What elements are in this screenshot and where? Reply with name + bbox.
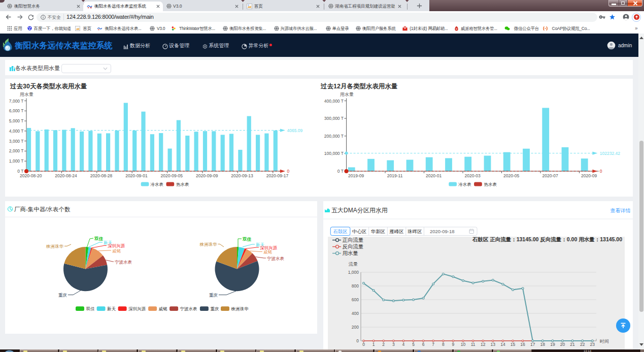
- svg-text:雁峰区: 雁峰区: [389, 229, 404, 234]
- svg-text:珠晖区: 珠晖区: [407, 229, 422, 234]
- svg-text:0: 0: [356, 338, 359, 343]
- svg-text:400: 400: [352, 311, 359, 316]
- svg-text:华新区: 华新区: [371, 229, 386, 234]
- svg-text:200: 200: [352, 325, 359, 330]
- svg-text:4,000 T: 4,000 T: [9, 129, 24, 134]
- svg-text:重庆: 重庆: [209, 293, 218, 298]
- svg-text:8: 8: [442, 342, 445, 347]
- svg-text:19: 19: [550, 342, 555, 347]
- svg-text:深圳兴源: 深圳兴源: [128, 306, 146, 311]
- svg-text:14: 14: [500, 342, 505, 347]
- svg-text:2: 2: [382, 342, 385, 347]
- svg-text:2020-09-13: 2020-09-13: [231, 173, 253, 178]
- svg-text:5,000 T: 5,000 T: [9, 118, 24, 123]
- svg-text:1,000 T: 1,000 T: [9, 158, 24, 164]
- svg-text:威铭: 威铭: [112, 248, 121, 253]
- svg-text:3,000 T: 3,000 T: [9, 139, 24, 144]
- svg-text:双佳: 双佳: [94, 236, 104, 241]
- svg-text:17: 17: [530, 342, 535, 347]
- svg-text:0: 0: [362, 342, 365, 347]
- svg-text:威铭: 威铭: [159, 306, 168, 311]
- svg-text:7: 7: [432, 342, 434, 347]
- svg-text:102232.42: 102232.42: [600, 151, 620, 156]
- svg-text:4065.09: 4065.09: [287, 128, 303, 133]
- svg-text:石鼓区: 石鼓区: [333, 229, 348, 234]
- svg-text:株洲珠华: 株洲珠华: [199, 242, 218, 247]
- svg-text:石鼓区 正向流量：13145.00 反向流量：0.00 用水: 石鼓区 正向流量：13145.00 反向流量：0.00 用水量：13145.00: [472, 236, 622, 242]
- svg-text:2020-05: 2020-05: [503, 173, 519, 178]
- svg-text:2020-08-20: 2020-08-20: [20, 173, 42, 178]
- svg-text:13: 13: [491, 342, 496, 347]
- svg-text:0: 0: [287, 169, 290, 174]
- svg-text:株洲珠华: 株洲珠华: [231, 306, 249, 311]
- svg-text:用水量: 用水量: [20, 92, 33, 97]
- svg-text:7,000 T: 7,000 T: [9, 99, 24, 104]
- svg-text:1,000: 1,000: [348, 270, 359, 275]
- svg-text:双佳: 双佳: [242, 237, 252, 242]
- svg-text:冷水表: 冷水表: [151, 182, 164, 187]
- svg-text:2020-08-28: 2020-08-28: [90, 173, 113, 178]
- svg-text:300,000 T: 300,000 T: [324, 116, 344, 121]
- svg-text:3: 3: [392, 342, 395, 347]
- svg-text:反向流量: 反向流量: [343, 243, 364, 249]
- svg-text:600: 600: [352, 297, 359, 302]
- svg-text:2020-09: 2020-09: [581, 173, 597, 178]
- svg-text:22: 22: [580, 342, 585, 347]
- svg-text:2019-11: 2019-11: [387, 173, 403, 178]
- svg-text:2020-09-01: 2020-09-01: [125, 173, 148, 178]
- svg-text:18: 18: [540, 342, 546, 347]
- svg-text:新天: 新天: [107, 306, 116, 311]
- svg-text:重庆: 重庆: [58, 293, 67, 298]
- svg-text:冷水表: 冷水表: [458, 182, 471, 187]
- svg-text:21: 21: [570, 342, 575, 347]
- svg-text:16: 16: [520, 342, 525, 347]
- svg-text:2020-03: 2020-03: [464, 173, 480, 178]
- svg-text:2020-08-24: 2020-08-24: [55, 173, 77, 178]
- svg-text:2020-09-18: 2020-09-18: [430, 229, 455, 234]
- svg-text:厂商-集中器/水表个数: 厂商-集中器/水表个数: [14, 206, 71, 212]
- svg-text:2020-07: 2020-07: [542, 173, 558, 178]
- svg-text:时间: 时间: [600, 339, 609, 344]
- svg-text:100,000 T: 100,000 T: [324, 151, 344, 156]
- svg-text:宁波水表: 宁波水表: [115, 260, 132, 265]
- svg-text:4: 4: [402, 342, 405, 347]
- svg-text:0 T: 0 T: [337, 169, 344, 174]
- svg-text:2019-09: 2019-09: [348, 173, 364, 178]
- svg-text:威铭: 威铭: [263, 249, 273, 254]
- svg-text:15: 15: [511, 342, 516, 347]
- svg-text:热水表: 热水表: [176, 182, 189, 187]
- svg-text:2020-09-09: 2020-09-09: [196, 173, 218, 178]
- svg-text:23: 23: [590, 342, 595, 347]
- svg-text:中心区: 中心区: [352, 229, 367, 234]
- svg-text:过去12月各类型水表用水量: 过去12月各类型水表用水量: [320, 83, 398, 90]
- svg-text:400,000 T: 400,000 T: [324, 99, 344, 104]
- svg-text:株洲珠华: 株洲珠华: [46, 244, 64, 249]
- svg-text:200,000 T: 200,000 T: [324, 134, 344, 139]
- svg-text:重庆: 重庆: [210, 306, 219, 311]
- svg-text:12: 12: [481, 342, 486, 347]
- svg-text:2,000 T: 2,000 T: [9, 148, 24, 153]
- svg-text:宁波水表: 宁波水表: [267, 256, 285, 261]
- svg-text:10: 10: [461, 342, 466, 347]
- svg-text:6: 6: [422, 342, 425, 347]
- svg-text:9: 9: [452, 342, 455, 347]
- svg-text:流量: 流量: [348, 262, 358, 267]
- svg-text:5: 5: [412, 342, 415, 347]
- svg-text:2020-09-17: 2020-09-17: [266, 173, 289, 178]
- svg-text:2020-09-05: 2020-09-05: [161, 173, 183, 178]
- svg-text:宁波水表: 宁波水表: [180, 306, 198, 311]
- svg-text:6,000 T: 6,000 T: [9, 108, 24, 113]
- svg-text:用水量: 用水量: [340, 92, 354, 97]
- svg-text:11: 11: [471, 342, 476, 347]
- svg-text:2020-01: 2020-01: [426, 173, 442, 178]
- svg-text:双佳: 双佳: [86, 306, 95, 311]
- svg-text:查看详情: 查看详情: [611, 208, 631, 213]
- svg-text:0: 0: [600, 169, 602, 174]
- svg-text:深圳兴源: 深圳兴源: [108, 243, 125, 248]
- svg-text:五大DMA分区用水用: 五大DMA分区用水用: [331, 207, 388, 214]
- svg-text:正向流量: 正向流量: [343, 237, 364, 243]
- svg-text:热水表: 热水表: [484, 182, 497, 187]
- svg-text:20: 20: [560, 342, 565, 347]
- svg-text:800: 800: [352, 283, 359, 289]
- svg-text:1: 1: [372, 342, 375, 347]
